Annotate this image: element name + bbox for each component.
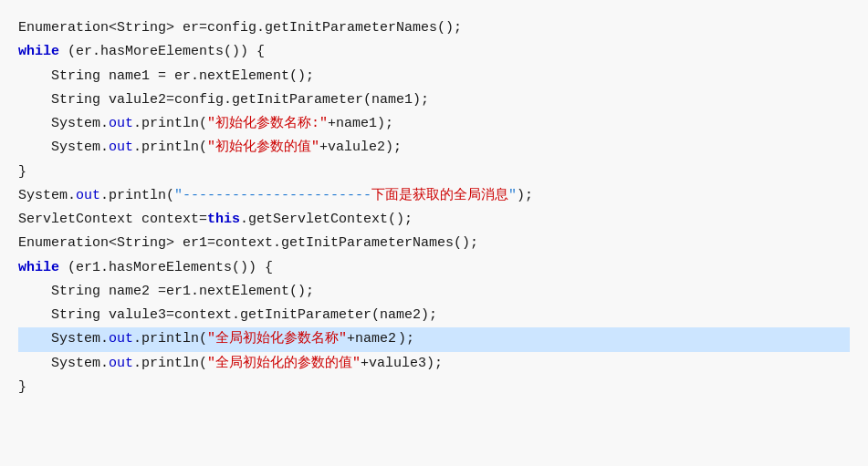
code-line-line1: Enumeration<String> er=config.getInitPar… — [18, 16, 850, 40]
normal-span: ); — [517, 184, 533, 208]
normal-span: +valule2); — [319, 136, 402, 160]
code-line-line17: } — [18, 376, 850, 399]
code-line-line4: String valule2=config.getInitParameter(n… — [18, 88, 850, 112]
normal-span: String name2 =er1.nextElement(); — [18, 280, 314, 304]
normal-span: .getServletContext(); — [240, 208, 413, 232]
normal-span: System. — [18, 327, 109, 351]
code-line-line14: String valule3=context.getInitParameter(… — [18, 304, 850, 327]
code-line-line16: System.out.println("全局初始化的参数的值"+valule3)… — [18, 352, 850, 376]
string-span: " — [508, 184, 517, 208]
code-line-line9: ServletContext context=this.getServletCo… — [18, 208, 850, 232]
code-line-line12: while (er1.hasMoreElements()) { — [18, 256, 850, 280]
method-span: out — [109, 327, 133, 351]
code-line-line5: System.out.println("初始化参数名称:"+name1); — [18, 112, 850, 136]
normal-span: String valule3=context.getInitParameter(… — [18, 304, 437, 327]
normal-span: .println( — [133, 112, 207, 136]
normal-span: Enumeration<String> er1=context.getInitP… — [18, 232, 478, 255]
normal-span: .println( — [100, 184, 174, 208]
code-line-line11: Enumeration<String> er1=context.getInitP… — [18, 232, 850, 255]
chinese-string-span: "初始化参数的值" — [207, 136, 319, 160]
code-line-line6: System.out.println("初始化参数的值"+valule2); — [18, 136, 850, 160]
code-editor: Enumeration<String> er=config.getInitPar… — [0, 0, 868, 466]
code-line-line3: String name1 = er.nextElement(); — [18, 65, 850, 88]
normal-span: (er1.hasMoreElements()) { — [59, 256, 273, 280]
keyword-span: this — [207, 208, 240, 232]
normal-span: +name2 — [347, 327, 396, 351]
code-line-line13: String name2 =er1.nextElement(); — [18, 280, 850, 304]
method-span: out — [76, 184, 100, 208]
method-span: out — [109, 352, 133, 376]
normal-span: Enumeration<String> er=config.getInitPar… — [18, 16, 462, 40]
normal-span: String valule2=config.getInitParameter(n… — [18, 88, 429, 112]
code-line-line8: System.out.println("--------------------… — [18, 184, 850, 208]
normal-span: String name1 = er.nextElement(); — [18, 65, 314, 88]
normal-span: (er.hasMoreElements()) { — [59, 40, 265, 64]
code-line-line15: System.out.println("全局初始化参数名称"+name2); — [18, 327, 850, 351]
chinese-string-span: "全局初始化的参数的值" — [207, 352, 361, 376]
normal-span: } — [18, 161, 26, 184]
code-line-line7: } — [18, 161, 850, 184]
normal-span: .println( — [133, 352, 207, 376]
code-line-line2: while (er.hasMoreElements()) { — [18, 40, 850, 64]
code-lines: Enumeration<String> er=config.getInitPar… — [18, 16, 850, 399]
normal-span: System. — [18, 352, 109, 376]
method-span: out — [109, 112, 133, 136]
normal-span: .println( — [133, 136, 207, 160]
method-span: out — [109, 136, 133, 160]
chinese-string-span: "初始化参数名称:" — [207, 112, 328, 136]
keyword-span: while — [18, 40, 59, 64]
normal-span: .println( — [133, 327, 207, 351]
normal-span: ServletContext context= — [18, 208, 207, 232]
keyword-span: while — [18, 256, 59, 280]
normal-span: System. — [18, 112, 109, 136]
normal-span: +valule3); — [361, 352, 443, 376]
normal-span: System. — [18, 184, 76, 208]
normal-span: } — [18, 376, 26, 399]
normal-span: +name1); — [328, 112, 393, 136]
normal-span: ); — [398, 327, 414, 351]
chinese-string-span: 下面是获取的全局消息 — [371, 184, 508, 208]
normal-span: System. — [18, 136, 109, 160]
chinese-string-span: "全局初始化参数名称" — [207, 327, 347, 351]
string-span: "----------------------- — [174, 184, 371, 208]
